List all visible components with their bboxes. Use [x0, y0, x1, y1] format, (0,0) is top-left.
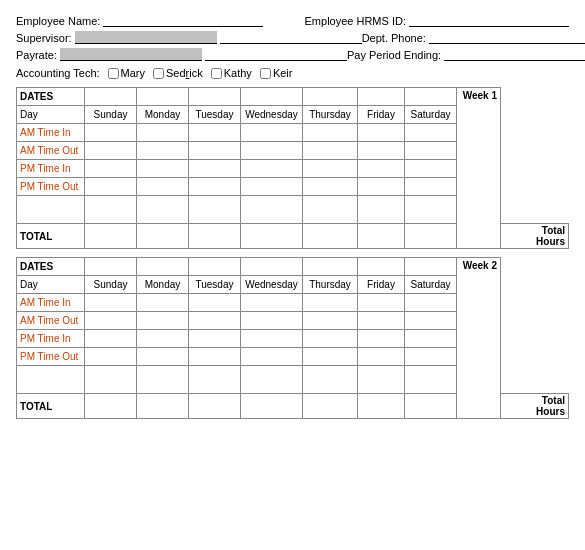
week-1-tall-wed[interactable] [241, 196, 303, 224]
week-2-total-tue[interactable] [189, 394, 241, 419]
week-2-pm-out-thu[interactable] [303, 348, 358, 366]
week-1-am-out-tue[interactable] [189, 142, 241, 160]
week-2-pm-out-tue[interactable] [189, 348, 241, 366]
week-2-am-out-thu[interactable] [303, 312, 358, 330]
week-2-pm-out-sat[interactable] [405, 348, 457, 366]
week-2-am-in-tue[interactable] [189, 294, 241, 312]
supervisor-input[interactable] [75, 31, 217, 44]
week-1-total-sat[interactable] [405, 224, 457, 249]
week-1-am-in-mon[interactable] [137, 124, 189, 142]
week-2-am-in-wed[interactable] [241, 294, 303, 312]
week-2-pm-in-mon[interactable] [137, 330, 189, 348]
week-2-pm-in-wed[interactable] [241, 330, 303, 348]
week-1-pm-in-thu[interactable] [303, 160, 358, 178]
week-2-tall-wed[interactable] [241, 366, 303, 394]
week-1-tall-thu[interactable] [303, 196, 358, 224]
week-1-pm-out-tue[interactable] [189, 178, 241, 196]
week-2-pm-in-sun[interactable] [85, 330, 137, 348]
week-1-pm-out-sun[interactable] [85, 178, 137, 196]
week-1-tall-mon[interactable] [137, 196, 189, 224]
week-1-tall-sun[interactable] [85, 196, 137, 224]
supervisor-input-2[interactable] [220, 31, 362, 44]
week-2-tall-mon[interactable] [137, 366, 189, 394]
week-1-total-fri[interactable] [358, 224, 405, 249]
week-1-am-in-fri[interactable] [358, 124, 405, 142]
week-1-pm-out-thu[interactable] [303, 178, 358, 196]
week-2-am-out-sat[interactable] [405, 312, 457, 330]
week-2-pm-out-mon[interactable] [137, 348, 189, 366]
week-1-am-out-wed[interactable] [241, 142, 303, 160]
week-2-pm-out-wed[interactable] [241, 348, 303, 366]
week-2-tall-sun[interactable] [85, 366, 137, 394]
week-1-pm-out-fri[interactable] [358, 178, 405, 196]
week-1-am-out-mon[interactable] [137, 142, 189, 160]
week-2-pm-in-thu[interactable] [303, 330, 358, 348]
employee-hrms-input[interactable] [409, 14, 569, 27]
payrate-input-2[interactable] [205, 48, 347, 61]
week-2-am-in-sat[interactable] [405, 294, 457, 312]
supervisor-label: Supervisor: [16, 32, 72, 44]
week-2-pm-out-sun[interactable] [85, 348, 137, 366]
week-2-am-in-thu[interactable] [303, 294, 358, 312]
week-1-am-in-wed[interactable] [241, 124, 303, 142]
week-1-pm-in-sun[interactable] [85, 160, 137, 178]
week-1-pm-out-wed[interactable] [241, 178, 303, 196]
payrate-input[interactable] [60, 48, 202, 61]
week-1-am-time-in-label: AM Time In [17, 124, 85, 142]
week-1-block: DATES Week 1 Day Sunday Monday Tuesday W… [16, 87, 569, 249]
week-1-tall-fri[interactable] [358, 196, 405, 224]
week-1-am-in-thu[interactable] [303, 124, 358, 142]
week-2-total-sun[interactable] [85, 394, 137, 419]
week-1-pm-in-sat[interactable] [405, 160, 457, 178]
keir-checkbox[interactable] [260, 68, 271, 79]
week-2-total-wed[interactable] [241, 394, 303, 419]
week-2-am-out-tue[interactable] [189, 312, 241, 330]
week-2-total-fri[interactable] [358, 394, 405, 419]
week-2-am-out-wed[interactable] [241, 312, 303, 330]
week-2-pm-time-out-label: PM Time Out [17, 348, 85, 366]
employee-name-input[interactable] [103, 14, 263, 27]
week-1-total-wed[interactable] [241, 224, 303, 249]
week-1-total-sun[interactable] [85, 224, 137, 249]
week-1-tall-sat[interactable] [405, 196, 457, 224]
week-1-am-out-thu[interactable] [303, 142, 358, 160]
week-1-am-out-fri[interactable] [358, 142, 405, 160]
week-1-pm-in-fri[interactable] [358, 160, 405, 178]
week-1-am-in-sun[interactable] [85, 124, 137, 142]
week-2-tall-tue[interactable] [189, 366, 241, 394]
week-1-tall-tue[interactable] [189, 196, 241, 224]
week-1-am-out-sun[interactable] [85, 142, 137, 160]
week-2-am-in-mon[interactable] [137, 294, 189, 312]
week-2-am-in-fri[interactable] [358, 294, 405, 312]
week-1-am-in-sat[interactable] [405, 124, 457, 142]
week-2-tall-fri[interactable] [358, 366, 405, 394]
week-2-am-in-sun[interactable] [85, 294, 137, 312]
kathy-checkbox[interactable] [211, 68, 222, 79]
week-2-pm-out-fri[interactable] [358, 348, 405, 366]
week-1-pm-in-mon[interactable] [137, 160, 189, 178]
week-1-am-in-tue[interactable] [189, 124, 241, 142]
week-1-pm-out-sat[interactable] [405, 178, 457, 196]
mary-checkbox[interactable] [108, 68, 119, 79]
pay-period-input[interactable] [444, 48, 585, 61]
week-2-pm-in-tue[interactable] [189, 330, 241, 348]
week-2-am-out-fri[interactable] [358, 312, 405, 330]
sedrick-checkbox[interactable] [153, 68, 164, 79]
week-1-pm-out-mon[interactable] [137, 178, 189, 196]
week-1-am-out-sat[interactable] [405, 142, 457, 160]
week-1-total-thu[interactable] [303, 224, 358, 249]
week-2-tall-thu[interactable] [303, 366, 358, 394]
week-2-pm-in-fri[interactable] [358, 330, 405, 348]
week-1-total-tue[interactable] [189, 224, 241, 249]
week-1-total-mon[interactable] [137, 224, 189, 249]
week-2-tall-sat[interactable] [405, 366, 457, 394]
week-2-total-mon[interactable] [137, 394, 189, 419]
week-1-pm-in-wed[interactable] [241, 160, 303, 178]
week-2-total-sat[interactable] [405, 394, 457, 419]
week-2-am-out-sun[interactable] [85, 312, 137, 330]
week-2-am-out-mon[interactable] [137, 312, 189, 330]
week-1-pm-in-tue[interactable] [189, 160, 241, 178]
week-2-pm-in-sat[interactable] [405, 330, 457, 348]
dept-phone-input[interactable] [429, 31, 585, 44]
week-2-total-thu[interactable] [303, 394, 358, 419]
